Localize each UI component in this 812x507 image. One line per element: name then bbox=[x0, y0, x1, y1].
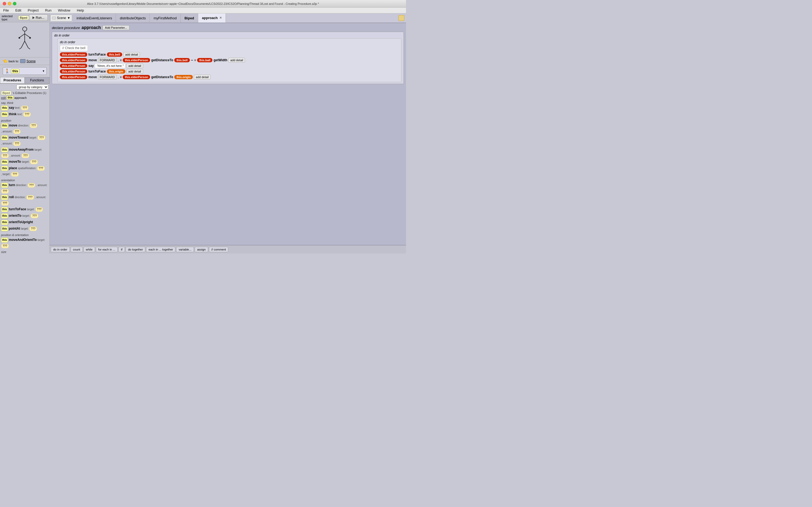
this-selector[interactable]: 🚶 this ▼ bbox=[3, 67, 47, 75]
add-detail-btn-5[interactable]: add detail bbox=[194, 75, 211, 79]
for-each-in-button[interactable]: for each in ... bbox=[96, 247, 118, 252]
tab-biped[interactable]: Biped bbox=[181, 13, 198, 22]
menu-edit[interactable]: Edit bbox=[14, 8, 22, 13]
menu-help[interactable]: Help bbox=[76, 8, 85, 13]
right-panel: Scene ▼ initializeEventListeners distrib… bbox=[50, 13, 406, 253]
bell-pill-1[interactable]: this.bell bbox=[107, 52, 122, 57]
elder-person-pill-4[interactable]: this.elderPerson bbox=[60, 69, 87, 73]
selected-type-label: selected type: bbox=[2, 14, 17, 21]
list-item[interactable]: this moveToward target: ??? , amount: ??… bbox=[1, 135, 48, 146]
menu-project[interactable]: Project bbox=[26, 8, 40, 13]
list-item[interactable]: this think text: ??? bbox=[1, 111, 48, 117]
list-item[interactable]: this moveAwayFrom target: ??? , amount: … bbox=[1, 147, 48, 158]
elder-person-pill-5b[interactable]: this.elderPerson bbox=[123, 75, 150, 79]
elder-person-pill-3[interactable]: this.eldarPerson bbox=[60, 64, 87, 68]
ball-pill[interactable]: this.ball bbox=[197, 58, 213, 62]
get-distance-to-method-5: getDistanceTo bbox=[151, 75, 173, 79]
list-item[interactable]: this turnToFace target: ??? bbox=[1, 207, 48, 212]
svg-point-5 bbox=[29, 37, 31, 39]
list-item[interactable]: this move direction: ??? , amount: ??? bbox=[1, 123, 48, 134]
comma-5: , bbox=[118, 75, 119, 79]
elder-person-pill-2[interactable]: this.elderPerson bbox=[60, 58, 87, 62]
comment-button[interactable]: // comment bbox=[209, 247, 228, 252]
count-button[interactable]: count bbox=[71, 247, 83, 252]
svg-line-7 bbox=[25, 41, 28, 48]
outer-do-in-order-block: do in order do in order // Check the bel… bbox=[52, 32, 404, 84]
menu-file[interactable]: File bbox=[2, 8, 10, 13]
add-detail-btn-1[interactable]: add detail bbox=[123, 52, 140, 57]
forward-keyword[interactable]: FORWARD bbox=[98, 58, 117, 63]
tab-close-icon[interactable]: ✕ bbox=[219, 16, 222, 19]
variable-button[interactable]: variable... bbox=[176, 247, 194, 252]
window-controls[interactable] bbox=[3, 2, 16, 5]
add-detail-btn-4[interactable]: add detail bbox=[126, 69, 143, 74]
elder-person-pill-2b[interactable]: this.elderPerson bbox=[123, 58, 150, 62]
minimize-button[interactable] bbox=[8, 2, 11, 5]
code-editor: declare procedure approach Add Parameter… bbox=[50, 23, 406, 245]
approach-proc-name[interactable]: approach bbox=[14, 96, 27, 99]
group-by-select[interactable]: group by category bbox=[16, 84, 48, 90]
list-item[interactable]: this orientToUpright bbox=[1, 219, 48, 225]
code-row-5: this.elderPerson move FORWARD , ≡ this.e… bbox=[60, 75, 399, 79]
list-item[interactable]: this roll direction: ??? , amount: ??? bbox=[1, 194, 48, 206]
tab-initializeEventListeners[interactable]: initializeEventListeners bbox=[73, 13, 116, 22]
maximize-button[interactable] bbox=[13, 2, 16, 5]
add-detail-btn-2[interactable]: add detail bbox=[229, 58, 245, 63]
add-detail-btn-3[interactable]: add detail bbox=[126, 63, 143, 68]
tab-functions[interactable]: Functions bbox=[25, 77, 49, 83]
scene-dropdown-arrow: ▼ bbox=[67, 16, 70, 20]
do-in-order-button[interactable]: do in order bbox=[51, 247, 70, 252]
svg-line-2 bbox=[19, 34, 25, 38]
proc-func-tabs: Procedures Functions bbox=[0, 77, 49, 84]
category-size: size bbox=[1, 250, 48, 253]
back-to-label: back to: bbox=[9, 60, 19, 63]
bell-pill-2[interactable]: this.bell bbox=[174, 58, 190, 62]
selected-type-badge: Biped bbox=[18, 15, 29, 20]
scene-tab-dropdown[interactable]: Scene ▼ bbox=[50, 14, 72, 21]
elder-person-pill-5[interactable]: this.elderPerson bbox=[60, 75, 87, 79]
menu-run[interactable]: Run bbox=[44, 8, 53, 13]
forward-keyword-5[interactable]: FORWARD bbox=[98, 75, 117, 79]
say-string[interactable]: "Hmm, it's not here." bbox=[95, 63, 125, 68]
code-row-4: this.elderPerson turnToFace this.origin … bbox=[60, 69, 399, 74]
comment-block[interactable]: // Check the bell bbox=[60, 45, 88, 51]
list-item[interactable]: this place spatialRelation: ??? , target… bbox=[1, 165, 48, 177]
list-item[interactable]: this moveTo target: ??? bbox=[1, 159, 48, 165]
turn-to-face-method-4: turnToFace bbox=[89, 69, 106, 73]
add-parameter-button[interactable]: Add Parameter... bbox=[103, 25, 130, 30]
tab-approach[interactable]: approach ✕ bbox=[198, 13, 226, 22]
while-button[interactable]: while bbox=[83, 247, 95, 252]
turn-to-face-method-1: turnToFace bbox=[89, 53, 106, 56]
origin-pill-2[interactable]: this.origin bbox=[174, 75, 193, 79]
tab-procedures[interactable]: Procedures bbox=[0, 77, 25, 83]
equals-icon-1: ≡ bbox=[120, 58, 122, 62]
menu-window[interactable]: Window bbox=[57, 8, 71, 13]
tab-myFirstMethod[interactable]: myFirstMethod bbox=[150, 13, 181, 22]
assign-button[interactable]: assign bbox=[195, 247, 208, 252]
edit-link[interactable]: edit bbox=[1, 96, 6, 99]
procedure-list: Biped 's Editable Procedures (1) edit th… bbox=[0, 90, 49, 253]
list-item[interactable]: this say text: ??? bbox=[1, 105, 48, 111]
elder-person-pill-1[interactable]: this.elderPerson bbox=[60, 52, 87, 57]
this-dropdown-arrow[interactable]: ▼ bbox=[42, 69, 45, 72]
category-position-orientation: position & orientation bbox=[1, 233, 48, 237]
tab-distributeObjects[interactable]: distributeObjects bbox=[116, 13, 150, 22]
list-item[interactable]: this pointAt target: ??? bbox=[1, 226, 48, 232]
svg-line-3 bbox=[25, 34, 30, 38]
origin-pill-1[interactable]: this.origin bbox=[107, 69, 125, 73]
outer-do-in-order-label: do in order bbox=[54, 34, 401, 37]
list-item[interactable]: this orientTo target: ??? bbox=[1, 213, 48, 219]
each-in-together-button[interactable]: each in ... together bbox=[146, 247, 175, 252]
editable-proc-header: Biped 's Editable Procedures (1) bbox=[1, 91, 48, 95]
inner-do-in-order-label: do in order bbox=[60, 40, 399, 44]
list-item[interactable]: this moveAndOrientTo target: ??? bbox=[1, 237, 48, 249]
back-scene-label[interactable]: Scene bbox=[26, 59, 36, 63]
category-say-think: say, think bbox=[1, 101, 48, 105]
back-to-bar: 👈 back to: Scene bbox=[0, 57, 49, 65]
close-button[interactable] bbox=[3, 2, 6, 5]
if-button[interactable]: if bbox=[118, 247, 125, 252]
do-together-button[interactable]: do together bbox=[126, 247, 146, 252]
list-item[interactable]: this turn direction: ??? , amount: ??? bbox=[1, 182, 48, 194]
run-button[interactable]: Run... bbox=[29, 14, 48, 21]
svg-line-9 bbox=[28, 48, 30, 49]
